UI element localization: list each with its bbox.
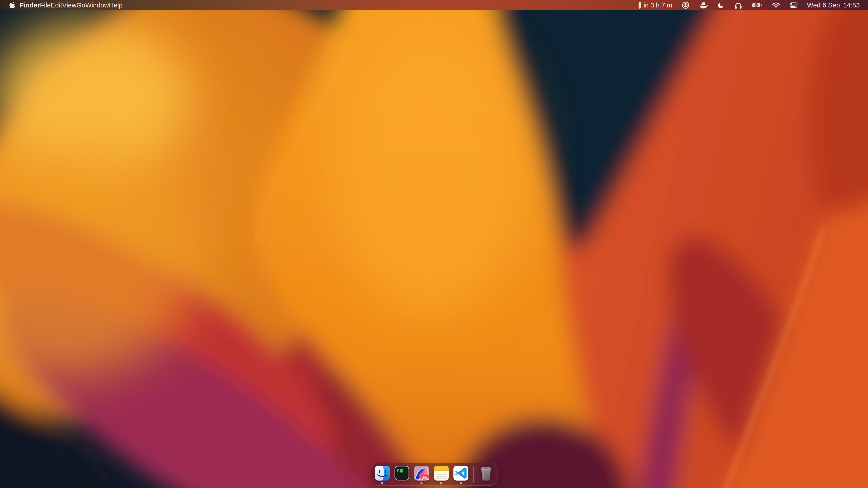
- clock-date: Wed 6 Sep: [807, 2, 840, 8]
- menu-bar-left: Finder File Edit View Go Window Help: [0, 0, 123, 10]
- app-menus: Finder File Edit View Go Window Help: [20, 0, 123, 10]
- dock-item-terminal[interactable]: $: [395, 463, 409, 484]
- dock-item-finder[interactable]: [375, 463, 390, 484]
- apple-logo-icon: [9, 2, 15, 9]
- dock-item-arc-browser[interactable]: [414, 463, 429, 484]
- status-1password[interactable]: [682, 0, 689, 10]
- dock-item-trash[interactable]: [478, 463, 493, 485]
- status-focus-mode[interactable]: [717, 0, 725, 10]
- menu-item-help[interactable]: Help: [109, 0, 123, 10]
- running-indicator: [421, 482, 423, 484]
- notes-icon: [434, 466, 449, 481]
- status-docker[interactable]: [699, 0, 708, 10]
- dock-item-vscode[interactable]: [454, 463, 468, 484]
- desktop-wallpaper: [0, 0, 868, 488]
- docker-whale-icon: [699, 2, 708, 9]
- dock: $: [0, 463, 868, 486]
- keyhole-circle-icon: [682, 1, 689, 9]
- finder-icon: [375, 466, 390, 481]
- menu-item-edit[interactable]: Edit: [51, 0, 62, 10]
- arc-browser-icon: [414, 466, 429, 481]
- focus-moon-icon: [717, 2, 725, 9]
- menu-bar-clock[interactable]: Wed 6 Sep 14:53: [807, 0, 860, 10]
- headphones-icon: [734, 1, 742, 9]
- status-battery[interactable]: [752, 0, 762, 10]
- menu-item-view[interactable]: View: [62, 0, 76, 10]
- running-indicator: [440, 482, 442, 484]
- menu-item-window[interactable]: Window: [85, 0, 109, 10]
- menu-item-go[interactable]: Go: [76, 0, 85, 10]
- dock-divider: [473, 466, 474, 483]
- battery-charging-icon: [752, 2, 762, 8]
- menu-bar-status-area: in 3 h 7 m: [638, 0, 868, 10]
- terminal-icon: $: [395, 466, 409, 481]
- running-indicator: [460, 482, 462, 484]
- countdown-label: in 3 h 7 m: [644, 2, 672, 8]
- wifi-icon: [772, 2, 780, 8]
- status-control-center[interactable]: [790, 0, 798, 10]
- clock-time: 14:53: [843, 2, 860, 8]
- terminal-prompt-glyph: $: [397, 468, 400, 474]
- menu-item-file[interactable]: File: [40, 0, 51, 10]
- status-countdown-timer[interactable]: in 3 h 7 m: [638, 0, 672, 10]
- timer-pill-icon: [638, 2, 641, 9]
- vscode-icon: [454, 466, 468, 481]
- status-audio-output[interactable]: [734, 0, 742, 10]
- running-indicator: [381, 482, 383, 484]
- status-wifi[interactable]: [772, 0, 780, 10]
- dock-panel: $: [371, 463, 498, 486]
- apple-menu[interactable]: [9, 0, 15, 10]
- dock-item-notes[interactable]: [434, 463, 449, 484]
- menu-item-finder[interactable]: Finder: [20, 0, 40, 10]
- trash-icon: [479, 465, 493, 481]
- control-center-icon: [790, 2, 798, 8]
- menu-bar: Finder File Edit View Go Window Help in …: [0, 0, 868, 10]
